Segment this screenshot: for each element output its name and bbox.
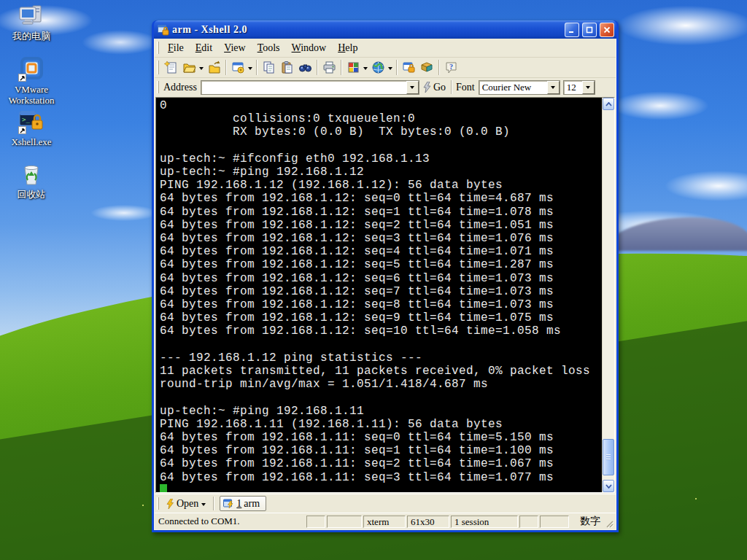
status-panel-6 (519, 516, 538, 528)
address-bar: Address Go Font Courier New (155, 77, 616, 96)
shortcut-arrow-icon (18, 126, 26, 134)
svg-text:>_: >_ (22, 116, 30, 123)
new-session-button[interactable] (162, 59, 180, 77)
recycle-bin-icon (18, 162, 44, 187)
scrollbar-track[interactable] (603, 110, 614, 480)
session-tab-arm[interactable]: 1 arm (220, 496, 266, 511)
lightning-icon (422, 82, 432, 93)
toolbar-separator (317, 60, 318, 74)
session-tab-bar: Open 1 arm (155, 494, 616, 513)
find-button[interactable] (296, 59, 314, 77)
font-value: Courier New (479, 82, 547, 93)
menu-window[interactable]: Window (286, 41, 333, 55)
desktop-icon-label: 回收站 (0, 189, 63, 200)
web-dropdown-arrow[interactable] (388, 67, 392, 72)
shortcut-arrow-icon (18, 74, 26, 82)
toolbar-grip[interactable] (157, 497, 159, 510)
font-size-value: 12 (564, 82, 582, 93)
close-button[interactable] (600, 23, 614, 37)
scroll-up-button[interactable] (603, 98, 614, 110)
menu-help[interactable]: Help (332, 41, 363, 55)
menu-bar: File Edit View Tools Window Help (155, 39, 616, 57)
color-scheme-button[interactable] (344, 59, 363, 77)
desktop-icon-recycle-bin[interactable]: 回收站 (0, 162, 63, 200)
toolbar-separator (341, 60, 342, 74)
maximize-button[interactable] (582, 23, 597, 37)
status-panel-2 (327, 516, 362, 528)
address-combobox[interactable] (201, 80, 419, 95)
minimize-button[interactable] (565, 23, 579, 37)
desktop-icon-vmware[interactable]: VMware Workstation (0, 57, 63, 106)
menu-edit[interactable]: Edit (190, 41, 218, 55)
toolbar-separator (225, 60, 227, 74)
vmware-workstation-icon (18, 57, 44, 82)
toolbar-separator (451, 80, 452, 94)
terminal-area: 0 collisions:0 txqueuelen:0 RX bytes:0 (… (155, 97, 615, 493)
properties-dropdown-arrow[interactable] (248, 67, 252, 72)
session-tab-label: arm (244, 498, 260, 510)
session-tab-number: 1 (236, 498, 241, 510)
desktop-icon-label: VMware Workstation (0, 84, 63, 106)
help-button[interactable]: ? (442, 59, 460, 77)
font-dropdown-button[interactable] (547, 81, 560, 94)
resize-grip[interactable] (604, 518, 614, 529)
svg-text:?: ? (449, 63, 453, 71)
transfer-button[interactable] (418, 59, 436, 77)
print-button[interactable] (320, 59, 338, 77)
status-bar: Connected to COM1. xterm 61x30 1 session… (155, 513, 616, 529)
lightning-icon (166, 499, 174, 509)
font-label: Font (454, 82, 479, 93)
toolbar-grip[interactable] (157, 81, 159, 94)
open-folder-button[interactable] (205, 59, 223, 77)
address-dropdown-button[interactable] (406, 81, 419, 94)
open-dropdown-arrow[interactable] (199, 67, 204, 72)
toolbar-grip[interactable] (157, 61, 159, 74)
terminal-cursor (160, 484, 167, 492)
session-properties-button[interactable] (229, 59, 247, 77)
xshell-window: arm - Xshell 2.0 File Edit View Tools Wi… (152, 20, 619, 532)
web-browser-button[interactable] (369, 59, 387, 77)
desktop: 我的电脑 VMware Workstation >_ (0, 0, 747, 560)
scrollbar-thumb[interactable] (603, 439, 614, 475)
font-combobox[interactable]: Courier New (479, 80, 560, 95)
open-session-button[interactable]: Open (162, 497, 211, 511)
window-title: arm - Xshell 2.0 (172, 24, 562, 36)
desktop-icon-xshell[interactable]: >_ Xshell.exe (0, 109, 63, 147)
desktop-icon-my-computer[interactable]: 我的电脑 (0, 4, 63, 42)
font-size-dropdown-button[interactable] (582, 81, 595, 94)
ime-mode-indicator: 数字 (570, 515, 603, 528)
window-app-icon (158, 24, 169, 36)
address-input[interactable] (201, 82, 406, 93)
address-label: Address (162, 82, 201, 93)
desktop-icon-label: 我的电脑 (0, 31, 63, 42)
status-terminal-type: xterm (363, 516, 406, 528)
colors-dropdown-arrow[interactable] (363, 67, 368, 72)
toolbar: ? (155, 57, 616, 77)
toolbar-separator (438, 60, 440, 74)
xshell-icon: >_ (18, 109, 44, 134)
go-button[interactable]: Go (419, 81, 449, 94)
font-size-combobox[interactable]: 12 (563, 80, 595, 95)
desktop-icon-label: Xshell.exe (0, 136, 63, 147)
status-message: Connected to COM1. (156, 516, 305, 527)
status-terminal-size: 61x30 (407, 516, 449, 528)
copy-button[interactable] (260, 59, 278, 77)
my-computer-icon (18, 4, 44, 28)
status-panel-1 (306, 516, 325, 528)
paste-button[interactable] (278, 59, 296, 77)
toolbar-separator (396, 60, 398, 74)
status-session-count: 1 session (451, 516, 518, 528)
terminal-screen[interactable]: 0 collisions:0 txqueuelen:0 RX bytes:0 (… (156, 98, 602, 492)
toolbar-separator (256, 60, 258, 74)
scroll-down-button[interactable] (603, 480, 614, 492)
toolbar-grip[interactable] (157, 42, 159, 55)
terminal-scrollbar[interactable] (602, 98, 614, 492)
window-titlebar[interactable]: arm - Xshell 2.0 (154, 20, 616, 39)
open-sessions-button[interactable] (180, 59, 198, 77)
open-dropdown-arrow[interactable] (201, 503, 206, 508)
session-security-button[interactable] (400, 59, 418, 77)
menu-file[interactable]: File (162, 41, 190, 55)
session-tab-icon (223, 499, 234, 509)
menu-tools[interactable]: Tools (252, 41, 286, 55)
menu-view[interactable]: View (218, 41, 252, 55)
